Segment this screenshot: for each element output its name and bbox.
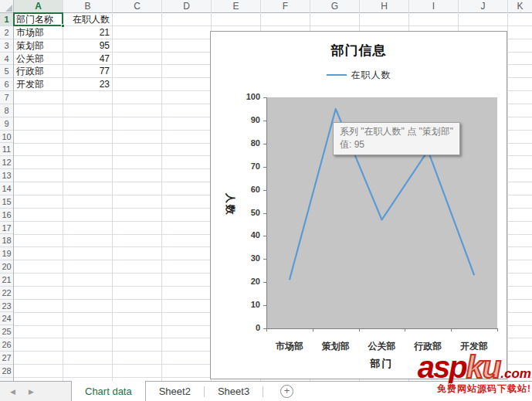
legend-label: 在职人数	[351, 69, 391, 82]
x-axis-title[interactable]: 部门	[266, 357, 497, 371]
row-header-3[interactable]: 3	[0, 39, 13, 53]
row-header-12[interactable]: 12	[0, 156, 13, 169]
x-category-label: 策划部	[313, 340, 359, 353]
next-sheet-icon[interactable]: ▶	[29, 388, 34, 396]
column-header-f[interactable]: F	[261, 0, 310, 13]
row-header-28[interactable]: 28	[0, 365, 13, 378]
sheet-nav: ◀ ▶	[0, 382, 72, 401]
excel-window: A B C D E F G H I J K 123456789101112131…	[0, 0, 532, 401]
row-header-6[interactable]: 6	[0, 78, 13, 91]
legend-line-icon	[327, 74, 347, 76]
chart-legend[interactable]: 在职人数	[211, 68, 507, 82]
y-tick-label: 80	[237, 138, 260, 148]
prev-sheet-icon[interactable]: ◀	[10, 388, 15, 396]
column-header-c[interactable]: C	[113, 0, 162, 13]
row-headers: 1234567891011121314151617181920212223242…	[0, 13, 14, 381]
tab-sheet2[interactable]: Sheet2	[146, 382, 204, 401]
row-header-24[interactable]: 24	[0, 312, 13, 325]
column-header-h[interactable]: H	[360, 0, 409, 13]
y-tick-label: 70	[237, 161, 260, 171]
tooltip-value-line: 值: 95	[340, 138, 453, 151]
row-header-1[interactable]: 1	[0, 13, 13, 26]
row-header-21[interactable]: 21	[0, 274, 13, 287]
tooltip-series-line: 系列 "在职人数" 点 "策划部"	[340, 125, 453, 138]
x-category-label: 开发部	[451, 340, 497, 353]
tab-sheet3[interactable]: Sheet3	[205, 382, 263, 401]
row-header-25[interactable]: 25	[0, 325, 13, 338]
y-tick-label: 0	[237, 323, 260, 332]
y-axis-title[interactable]: 人数	[223, 189, 237, 221]
y-tick-label: 60	[237, 185, 260, 194]
row-header-19[interactable]: 19	[0, 247, 13, 260]
row-header-10[interactable]: 10	[0, 131, 13, 144]
row-header-22[interactable]: 22	[0, 287, 13, 300]
column-header-g[interactable]: G	[310, 0, 360, 13]
cell-B6[interactable]: 23	[63, 78, 113, 91]
cell-A4[interactable]: 公关部	[14, 53, 63, 66]
row-header-4[interactable]: 4	[0, 53, 13, 66]
cell-B1[interactable]: 在职人数	[63, 13, 113, 26]
row-header-18[interactable]: 18	[0, 234, 13, 247]
row-header-9[interactable]: 9	[0, 117, 13, 131]
cell-A3[interactable]: 策划部	[14, 39, 63, 53]
cell-B2[interactable]: 21	[63, 26, 113, 39]
cell-A6[interactable]: 开发部	[14, 78, 63, 91]
new-sheet-button[interactable]: +	[280, 385, 293, 398]
select-all-corner[interactable]	[0, 0, 14, 13]
cell-B5[interactable]: 77	[63, 65, 113, 78]
row-header-20[interactable]: 20	[0, 260, 13, 274]
active-cell-selection	[13, 12, 63, 26]
column-header-i[interactable]: I	[409, 0, 459, 13]
row-header-2[interactable]: 2	[0, 26, 13, 39]
select-all-triangle-icon	[5, 5, 12, 12]
datapoint-tooltip: 系列 "在职人数" 点 "策划部" 值: 95	[333, 122, 460, 155]
column-header-e[interactable]: E	[212, 0, 261, 13]
row-header-17[interactable]: 17	[0, 222, 13, 235]
row-header-14[interactable]: 14	[0, 182, 13, 195]
x-category-label: 公关部	[359, 340, 405, 353]
row-header-11[interactable]: 11	[0, 143, 13, 156]
cell-B4[interactable]: 47	[63, 53, 113, 66]
y-tick-label: 30	[237, 253, 260, 263]
row-header-7[interactable]: 7	[0, 91, 13, 104]
row-header-8[interactable]: 8	[0, 104, 13, 117]
y-tick-label: 20	[237, 277, 260, 286]
sheet-tab-bar: ◀ ▶ Chart data Sheet2 Sheet3 +	[0, 381, 532, 401]
row-header-5[interactable]: 5	[0, 65, 13, 78]
column-header-d[interactable]: D	[162, 0, 212, 13]
x-category-label: 市场部	[266, 340, 313, 353]
tab-separator	[263, 386, 263, 397]
column-header-a[interactable]: A	[14, 0, 63, 13]
column-header-b[interactable]: B	[63, 0, 113, 13]
column-headers: A B C D E F G H I J K	[14, 0, 532, 13]
cell-A5[interactable]: 行政部	[14, 65, 63, 78]
column-header-k[interactable]: K	[508, 0, 532, 13]
y-tick-label: 40	[237, 230, 260, 240]
column-header-j[interactable]: J	[459, 0, 508, 13]
row-header-13[interactable]: 13	[0, 169, 13, 182]
cell-A2[interactable]: 市场部	[14, 26, 63, 39]
chart-area[interactable]: 部门信息 在职人数 0102030405060708090100市场部策划部公关…	[210, 31, 507, 379]
x-category-label: 行政部	[405, 340, 451, 353]
tab-chart-data[interactable]: Chart data	[72, 381, 146, 401]
fill-handle[interactable]	[61, 24, 65, 28]
y-tick-label: 50	[237, 208, 260, 217]
row-header-27[interactable]: 27	[0, 352, 13, 365]
y-tick-label: 90	[237, 115, 260, 124]
row-header-23[interactable]: 23	[0, 300, 13, 313]
chart-title[interactable]: 部门信息	[211, 42, 507, 59]
cell-B3[interactable]: 95	[63, 39, 113, 53]
y-tick-label: 100	[237, 92, 260, 101]
row-header-16[interactable]: 16	[0, 209, 13, 222]
y-tick-label: 10	[237, 300, 260, 309]
row-header-15[interactable]: 15	[0, 195, 13, 209]
row-header-26[interactable]: 26	[0, 338, 13, 352]
